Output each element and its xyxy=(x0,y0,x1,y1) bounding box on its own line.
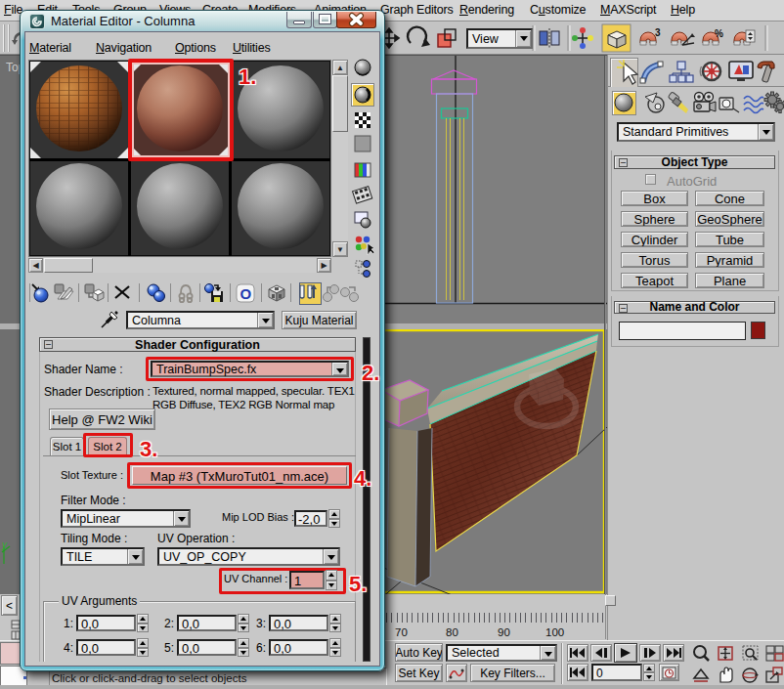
svg-text:3: 3 xyxy=(655,27,661,38)
svg-text:O: O xyxy=(240,285,252,302)
svg-text:%: % xyxy=(715,28,723,39)
svg-text:y: y xyxy=(1,539,8,550)
